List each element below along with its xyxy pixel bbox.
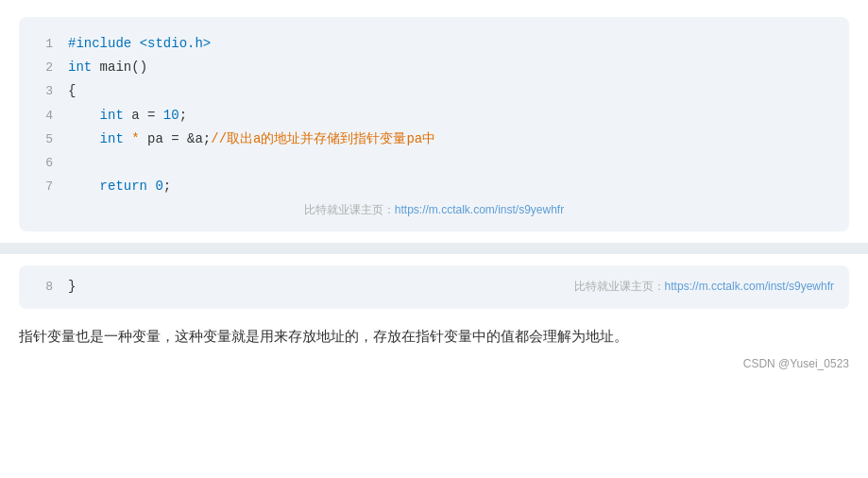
watermark-1: 比特就业课主页：https://m.cctalk.com/inst/s9yewh… bbox=[19, 198, 849, 222]
watermark-2: 比特就业课主页：https://m.cctalk.com/inst/s9yewh… bbox=[574, 279, 834, 295]
code-lines-1: 1 #include <stdio.h> 2 int main() 3 { 4 … bbox=[19, 32, 849, 198]
separator bbox=[0, 243, 868, 254]
footer-credit: CSDN @Yusei_0523 bbox=[19, 353, 849, 370]
line-content-5: int * pa = &a;//取出a的地址并存储到指针变量pa中 bbox=[68, 128, 435, 151]
page-container: 1 #include <stdio.h> 2 int main() 3 { 4 … bbox=[0, 0, 868, 385]
line-content-7: return 0; bbox=[68, 175, 171, 198]
code-line-5: 5 int * pa = &a;//取出a的地址并存储到指针变量pa中 bbox=[34, 128, 834, 151]
code-line-4: 4 int a = 10; bbox=[34, 104, 834, 128]
description-text: 指针变量也是一种变量，这种变量就是用来存放地址的，存放在指针变量中的值都会理解为… bbox=[19, 324, 849, 349]
line-num-3: 3 bbox=[34, 80, 53, 102]
code-line-7: 7 return 0; bbox=[34, 175, 834, 198]
line-num-4: 4 bbox=[34, 105, 53, 127]
code-line-2: 2 int main() bbox=[34, 56, 834, 79]
line-content-3: { bbox=[68, 79, 76, 103]
line-num-6: 6 bbox=[34, 152, 53, 174]
line-num-2: 2 bbox=[34, 57, 53, 78]
code-line-8: 8 } bbox=[34, 275, 76, 299]
code-line-6: 6 bbox=[34, 151, 834, 175]
line-content-6 bbox=[68, 151, 76, 175]
line-num-5: 5 bbox=[34, 128, 53, 150]
line-content-4: int a = 10; bbox=[68, 104, 187, 128]
code-line-3: 3 { bbox=[34, 79, 834, 103]
line-num-7: 7 bbox=[34, 176, 53, 197]
code-line-1: 1 #include <stdio.h> bbox=[34, 32, 834, 56]
line-num-1: 1 bbox=[34, 33, 53, 55]
code-block-2: 8 } 比特就业课主页：https://m.cctalk.com/inst/s9… bbox=[19, 265, 849, 308]
line-content-1: #include <stdio.h> bbox=[68, 32, 211, 56]
code-block-1: 1 #include <stdio.h> 2 int main() 3 { 4 … bbox=[19, 17, 849, 231]
watermark-text-1: 比特就业课主页：https://m.cctalk.com/inst/s9yewh… bbox=[304, 202, 564, 218]
line-num-8: 8 bbox=[34, 276, 53, 298]
line-content-2: int main() bbox=[68, 56, 147, 79]
line-content-8: } bbox=[68, 275, 76, 299]
